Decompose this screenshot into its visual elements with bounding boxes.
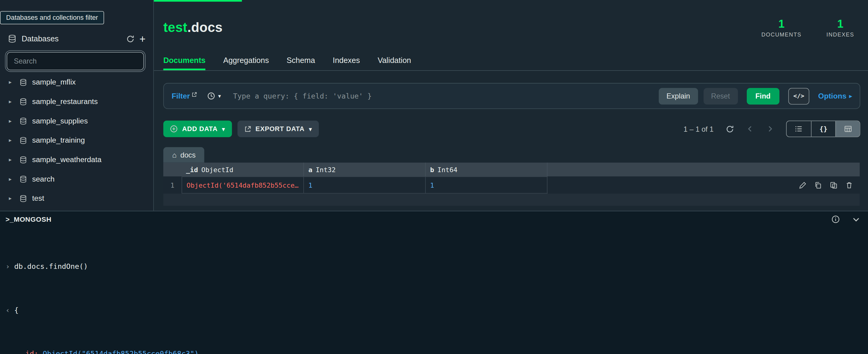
shell-result-open-line: ‹ {	[5, 303, 868, 318]
collection-title: test.docs	[163, 20, 223, 35]
sidebar-item-test[interactable]: ▸ test	[0, 188, 153, 208]
json-view-icon: {}	[819, 125, 828, 133]
database-icon	[20, 117, 27, 125]
export-icon	[244, 125, 251, 133]
add-data-label: ADD DATA	[182, 125, 217, 133]
documents-label: DOCUMENTS	[762, 32, 802, 38]
options-label: Options	[818, 92, 846, 100]
table-row: 1 ObjectId('6514dafb852b55cce… 1 1	[163, 176, 860, 193]
sidebar-item-sample_mflix[interactable]: ▸ sample_mflix	[0, 72, 153, 92]
sidebar-item-sample_training[interactable]: ▸ sample_training	[0, 131, 153, 150]
sidebar-search-input[interactable]	[7, 52, 144, 70]
explain-button[interactable]: Explain	[659, 87, 698, 104]
shell-header[interactable]: >_MONGOSH	[0, 211, 868, 227]
sidebar-item-sample_supplies[interactable]: ▸ sample_supplies	[0, 111, 153, 131]
expand-caret-icon[interactable]: ▸	[9, 99, 14, 105]
database-icon	[20, 156, 27, 163]
tab-validation[interactable]: Validation	[378, 50, 411, 70]
databases-section-header: Databases +	[8, 31, 146, 46]
database-stack-icon	[8, 34, 17, 43]
query-history-button[interactable]: ▾	[207, 92, 221, 100]
tab-documents[interactable]: Documents	[163, 50, 206, 70]
shell-id-value: ObjectId("6514dafb852b55cce0fb68c3")	[43, 350, 198, 354]
column-type: ObjectId	[201, 166, 233, 173]
add-data-button[interactable]: ADD DATA ▾	[163, 120, 232, 137]
shell-comma: ,	[198, 350, 203, 354]
filter-link[interactable]: Filter	[172, 92, 197, 100]
next-page-icon[interactable]	[766, 125, 774, 133]
documents-stat: 1 DOCUMENTS	[762, 17, 802, 37]
column-name: _id	[186, 166, 198, 173]
shell-collapse-icon[interactable]	[852, 215, 860, 223]
pagination-status: 1 – 1 of 1	[683, 125, 714, 133]
tab-indexes[interactable]: Indexes	[333, 50, 360, 70]
column-name: a	[308, 166, 312, 173]
database-name: search	[32, 175, 55, 183]
query-input[interactable]	[233, 92, 659, 100]
database-list: ▸ sample_mflix ▸ sample_restaurants ▸ sa…	[0, 72, 153, 208]
json-view-button[interactable]: {}	[811, 121, 835, 137]
edit-document-icon[interactable]	[799, 181, 806, 189]
clock-icon	[207, 92, 215, 100]
chevron-down-icon: ▾	[218, 93, 221, 99]
delete-document-icon[interactable]	[845, 181, 853, 189]
cell-id[interactable]: ObjectId('6514dafb852b55cce…	[182, 176, 304, 193]
shell-output[interactable]: › db.docs.findOne() ‹ { _id: ObjectId("6…	[0, 227, 868, 354]
database-name: test	[32, 194, 44, 202]
export-data-label: EXPORT DATA	[255, 125, 305, 133]
databases-section-title: Databases	[22, 34, 59, 43]
database-name: sample_weatherdata	[32, 155, 101, 164]
sidebar-item-sample_restaurants[interactable]: ▸ sample_restaurants	[0, 92, 153, 111]
plus-circle-icon	[170, 125, 178, 133]
query-code-toggle-button[interactable]: </>	[788, 87, 809, 104]
expand-caret-icon[interactable]: ▸	[9, 118, 14, 124]
tab-aggregations[interactable]: Aggregations	[223, 50, 269, 70]
shell-command-line: › db.docs.findOne()	[5, 259, 868, 274]
clone-document-icon[interactable]	[830, 181, 838, 189]
column-type: Int32	[315, 166, 336, 173]
table-header-row: _idObjectId aInt32 bInt64	[163, 163, 860, 176]
database-icon	[20, 136, 27, 144]
shell-output-chevron: ‹	[5, 306, 10, 314]
find-button[interactable]: Find	[746, 87, 779, 104]
indexes-label: INDEXES	[820, 32, 860, 38]
tooltip: Databases and collections filter	[0, 11, 104, 24]
documents-table: _idObjectId aInt32 bInt64 1 ObjectId('65…	[163, 163, 860, 206]
collection-tabs: Documents Aggregations Schema Indexes Va…	[154, 50, 868, 71]
previous-page-icon[interactable]	[746, 125, 754, 133]
expand-caret-icon[interactable]: ▸	[9, 156, 14, 163]
cell-a[interactable]: 1	[304, 176, 426, 193]
expand-caret-icon[interactable]: ▸	[9, 176, 14, 182]
tab-schema[interactable]: Schema	[287, 50, 315, 70]
sidebar-item-search[interactable]: ▸ search	[0, 169, 153, 189]
column-header-b: bInt64	[426, 163, 548, 176]
cell-b[interactable]: 1	[426, 176, 548, 193]
database-icon	[20, 78, 27, 86]
breadcrumb-collection-tab[interactable]: ⌂ docs	[163, 147, 204, 163]
refresh-databases-icon[interactable]	[126, 35, 134, 43]
indexes-stat: 1 INDEXES	[820, 17, 860, 37]
database-icon	[20, 175, 27, 183]
export-data-button[interactable]: EXPORT DATA ▾	[237, 120, 318, 137]
refresh-documents-icon[interactable]	[726, 125, 734, 133]
expand-caret-icon[interactable]: ▸	[9, 195, 14, 201]
database-icon	[20, 194, 27, 202]
view-switcher: {}	[786, 120, 860, 137]
column-type: Int64	[437, 166, 458, 173]
sidebar-item-sample_weatherdata[interactable]: ▸ sample_weatherdata	[0, 150, 153, 169]
create-database-icon[interactable]: +	[140, 33, 146, 44]
column-header-a: aInt32	[304, 163, 426, 176]
options-button[interactable]: Options ▸	[818, 92, 852, 100]
expand-caret-icon[interactable]: ▸	[9, 137, 14, 143]
compass-window: Databases + ▸ sample_mflix ▸ sample_rest…	[0, 0, 868, 354]
list-view-button[interactable]	[787, 121, 811, 137]
chevron-down-icon: ▾	[309, 126, 312, 132]
active-workspace-tab-indicator	[154, 0, 242, 2]
reset-button[interactable]: Reset	[703, 87, 738, 104]
copy-document-icon[interactable]	[814, 181, 822, 189]
column-name: b	[430, 166, 434, 173]
expand-caret-icon[interactable]: ▸	[9, 79, 14, 85]
table-view-button[interactable]	[835, 121, 860, 137]
shell-info-icon[interactable]	[832, 215, 840, 223]
database-name: sample_supplies	[32, 117, 88, 125]
